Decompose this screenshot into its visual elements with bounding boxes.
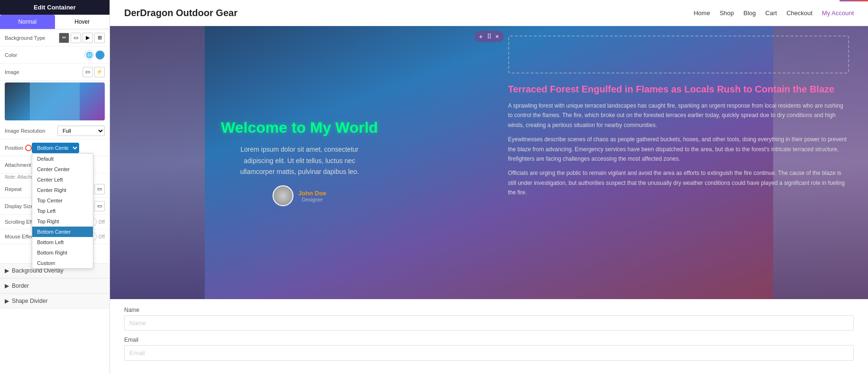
- dropdown-item-center-center[interactable]: Center Center: [32, 164, 93, 174]
- dropdown-item-bottom-center[interactable]: Bottom Center: [32, 227, 93, 237]
- chevron-right-icon: ▶: [5, 267, 9, 274]
- nav-blog[interactable]: Blog: [743, 9, 756, 17]
- color-global-icon[interactable]: 🌐: [84, 50, 94, 60]
- bg-type-gradient-btn[interactable]: ▭: [71, 33, 81, 43]
- article-body: A sprawling forest with unique terraced …: [508, 101, 850, 202]
- toolbar-move-btn[interactable]: ⠿: [487, 33, 492, 40]
- bg-type-slideshow-btn[interactable]: ⊞: [94, 33, 105, 43]
- dropdown-item-top-left[interactable]: Top Left: [32, 206, 93, 216]
- form-email-group: Email: [124, 337, 854, 361]
- left-panel: Edit Container Normal Hover Background T…: [0, 0, 110, 374]
- image-resolution-row: Image Resolution Full Large Medium: [0, 122, 110, 139]
- image-label: Image: [5, 69, 82, 75]
- form-email-label: Email: [124, 337, 854, 343]
- dropdown-item-center-right[interactable]: Center Right: [32, 185, 93, 195]
- background-type-controls: ✏ ▭ ▶ ⊞: [59, 33, 105, 43]
- form-section: Name Email: [110, 299, 868, 374]
- position-dropdown-container: Bottom Center Default Center Center Cent…: [32, 143, 79, 153]
- repeat-icon-btn[interactable]: ▭: [94, 184, 105, 194]
- position-indicator: [25, 145, 32, 151]
- color-controls: 🌐: [84, 50, 105, 60]
- image-resolution-label: Image Resolution: [5, 128, 57, 134]
- bg-type-classic-btn[interactable]: ✏: [59, 33, 69, 43]
- dropdown-item-custom[interactable]: Custom: [32, 258, 93, 268]
- image-row: Image ▭ ⚡: [0, 64, 110, 81]
- tab-row: Normal Hover: [0, 15, 110, 29]
- container-toolbar: + ⠿ ×: [474, 31, 503, 42]
- image-select-btn[interactable]: ▭: [82, 67, 93, 77]
- form-email-input[interactable]: [124, 345, 854, 361]
- form-name-label: Name: [124, 307, 854, 313]
- author-avatar: [273, 185, 293, 206]
- dropdown-item-bottom-right[interactable]: Bottom Right: [32, 247, 93, 258]
- top-nav: DerDragon Outdoor Gear Home Shop Blog Ca…: [110, 0, 868, 26]
- chevron-right-border-icon: ▶: [5, 283, 9, 289]
- site-title: DerDragon Outdoor Gear: [124, 8, 238, 18]
- image-controls: ▭ ⚡: [82, 67, 105, 77]
- author-info: John Doe Designer: [298, 190, 326, 202]
- form-name-input[interactable]: [124, 315, 854, 331]
- dropdown-item-top-center[interactable]: Top Center: [32, 195, 93, 206]
- tab-normal[interactable]: Normal: [0, 15, 55, 29]
- dropdown-item-top-right[interactable]: Top Right: [32, 216, 93, 227]
- nav-cart[interactable]: Cart: [765, 9, 777, 17]
- toolbar-close-btn[interactable]: ×: [495, 33, 499, 40]
- position-row: Position Bottom Center Default Center Ce…: [0, 139, 110, 156]
- image-preview: [5, 82, 105, 120]
- toolbar-add-btn[interactable]: +: [479, 33, 483, 40]
- hero-content: Welcome to My World Lorem ipsum dolor si…: [110, 26, 868, 299]
- color-row: Color 🌐: [0, 46, 110, 64]
- panel-title: Edit Container: [0, 0, 110, 15]
- tab-hover[interactable]: Hover: [55, 15, 110, 29]
- background-type-row: Background Type ✏ ▭ ▶ ⊞: [0, 29, 110, 46]
- hero-title: Welcome to My World: [221, 119, 378, 137]
- mouse-effects-value: Off: [99, 234, 105, 239]
- shape-divider-section[interactable]: ▶ Shape Divider: [0, 293, 110, 309]
- author-row: John Doe Designer: [273, 185, 326, 206]
- dropdown-item-bottom-left[interactable]: Bottom Left: [32, 237, 93, 247]
- color-picker[interactable]: [95, 50, 105, 60]
- article-para-1: A sprawling forest with unique terraced …: [508, 101, 850, 130]
- dropdown-item-center-left[interactable]: Center Left: [32, 174, 93, 185]
- image-resolution-select[interactable]: Full Large Medium: [57, 126, 105, 136]
- dropdown-item-default[interactable]: Default: [32, 154, 93, 164]
- image-dynamic-btn[interactable]: ⚡: [94, 67, 105, 77]
- progress-bar: [840, 0, 868, 1]
- hero-section: + ⠿ × Welcome to My World Lorem ipsum do…: [110, 26, 868, 299]
- scrolling-effects-value: Off: [99, 219, 105, 225]
- form-name-group: Name: [124, 307, 854, 331]
- hero-left-column: Welcome to My World Lorem ipsum dolor si…: [110, 26, 489, 299]
- article-title: Terraced Forest Engulfed in Flames as Lo…: [508, 83, 850, 95]
- position-label: Position: [5, 145, 32, 151]
- article-para-2: Eyewitnesses describe scenes of chaos as…: [508, 135, 850, 164]
- chevron-right-shape-icon: ▶: [5, 298, 9, 304]
- author-role: Designer: [298, 197, 326, 202]
- nav-myaccount[interactable]: My Account: [822, 9, 854, 17]
- hero-right-column: Terraced Forest Engulfed in Flames as Lo…: [489, 26, 868, 299]
- bg-type-video-btn[interactable]: ▶: [82, 33, 93, 43]
- position-dropdown-menu: Default Center Center Center Left Center…: [32, 153, 93, 269]
- position-select[interactable]: Bottom Center Default Center Center Cent…: [32, 143, 79, 153]
- article-para-3: Officials are urging the public to remai…: [508, 168, 850, 197]
- border-section[interactable]: ▶ Border: [0, 278, 110, 293]
- hero-body-text: Lorem ipsum dolor sit amet, consectetur …: [228, 144, 371, 178]
- nav-links: Home Shop Blog Cart Checkout My Account: [694, 9, 854, 17]
- nav-home[interactable]: Home: [694, 9, 710, 17]
- border-label: Border: [12, 283, 29, 289]
- dashed-placeholder-box: [508, 36, 850, 73]
- color-label: Color: [5, 52, 84, 58]
- shape-divider-label: Shape Divider: [12, 298, 47, 304]
- nav-checkout[interactable]: Checkout: [786, 9, 813, 17]
- display-size-icon-btn[interactable]: ▭: [94, 201, 105, 211]
- main-content: DerDragon Outdoor Gear Home Shop Blog Ca…: [110, 0, 868, 374]
- author-name: John Doe: [298, 190, 326, 197]
- nav-shop[interactable]: Shop: [720, 9, 734, 17]
- background-type-label: Background Type: [5, 35, 59, 41]
- image-preview-inner: [30, 82, 80, 120]
